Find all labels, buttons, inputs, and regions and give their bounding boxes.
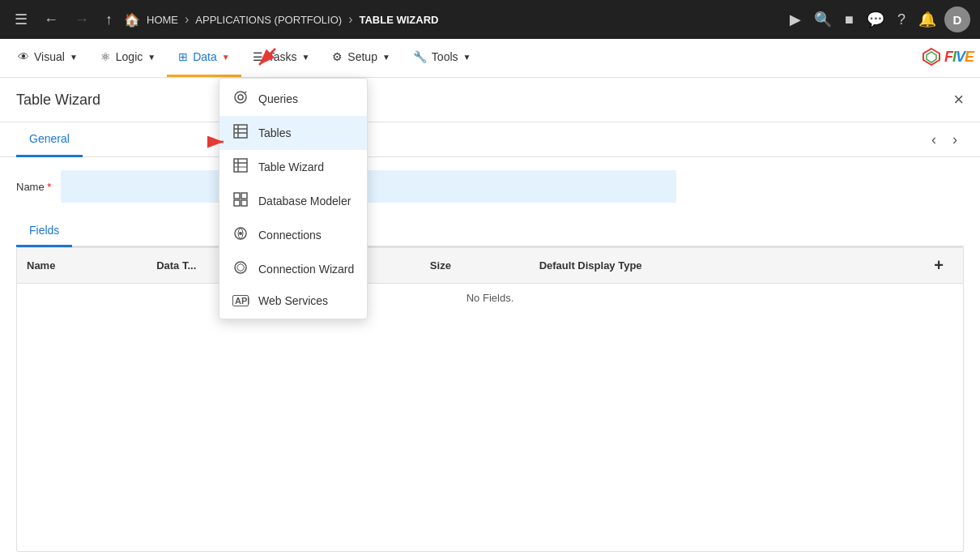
setup-icon: ⚙ <box>332 50 343 63</box>
visual-dropdown-icon: ▼ <box>70 53 78 62</box>
search-button[interactable]: 🔍 <box>809 6 837 33</box>
applications-breadcrumb[interactable]: APPLICATIONS (PORTFOLIO) <box>195 14 342 26</box>
eye-icon: 👁 <box>18 50 29 63</box>
required-marker: * <box>47 181 51 193</box>
connection-wizard-label: Connection Wizard <box>258 263 354 276</box>
logic-dropdown-icon: ▼ <box>147 53 156 62</box>
back-icon[interactable]: ← <box>39 6 63 33</box>
top-bar: ☰ ← → ↑ 🏠 HOME › APPLICATIONS (PORTFOLIO… <box>0 0 980 39</box>
fields-section: Fields Name Data T... Req. Size Default … <box>0 216 980 552</box>
nav-setup[interactable]: ⚙ Setup ▼ <box>321 39 402 77</box>
nav-data[interactable]: ⊞ Data ▼ <box>167 39 241 77</box>
svg-line-4 <box>245 92 246 93</box>
breadcrumb-sep-2: › <box>348 12 352 27</box>
nav-visual[interactable]: 👁 Visual ▼ <box>6 39 89 77</box>
panel-title: Table Wizard <box>16 92 100 109</box>
tasks-icon: ☰ <box>253 50 263 63</box>
name-input[interactable] <box>61 170 676 203</box>
web-services-icon: API <box>232 295 249 306</box>
svg-rect-9 <box>234 159 247 172</box>
database-modeler-label: Database Modeler <box>258 195 351 208</box>
dropdown-item-connections[interactable]: Connections <box>219 218 367 252</box>
data-icon: ⊞ <box>178 50 188 63</box>
fields-table: Name Data T... Req. Size Default Display… <box>17 248 963 312</box>
top-bar-actions: ▶ 🔍 ■ 💬 ? 🔔 D <box>785 6 970 33</box>
svg-rect-16 <box>241 200 247 206</box>
help-button[interactable]: ? <box>893 6 910 33</box>
connections-icon <box>232 226 249 244</box>
svg-rect-14 <box>241 193 247 199</box>
no-fields-text: No Fields. <box>17 284 963 313</box>
dropdown-item-table-wizard[interactable]: Table Wizard <box>219 150 367 184</box>
breadcrumb-sep-1: › <box>185 12 189 27</box>
next-arrow[interactable]: › <box>946 128 964 152</box>
up-icon[interactable]: ↑ <box>100 6 117 33</box>
no-fields-row: No Fields. <box>17 284 963 313</box>
tables-icon <box>232 124 249 142</box>
chat-button[interactable]: 💬 <box>862 6 889 33</box>
prev-arrow[interactable]: ‹ <box>925 128 943 152</box>
tab-fields[interactable]: Fields <box>16 216 72 247</box>
name-label: Name * <box>16 181 51 193</box>
five-logo: FIVE <box>922 47 974 69</box>
menu-icon[interactable]: ☰ <box>10 6 32 33</box>
svg-point-2 <box>235 92 246 103</box>
svg-marker-1 <box>927 52 936 62</box>
main-container: Table Wizard × General ‹ › Name * Fields <box>0 78 980 552</box>
dropdown-item-queries[interactable]: Queries <box>219 82 367 116</box>
dropdown-item-database-modeler[interactable]: Database Modeler <box>219 184 367 218</box>
nav-logic-label: Logic <box>116 50 143 63</box>
table-wizard-label: Table Wizard <box>258 160 324 173</box>
queries-icon <box>232 90 249 108</box>
data-dropdown-menu: Queries Tables Table Wizard Database Mod… <box>219 78 368 319</box>
avatar[interactable]: D <box>944 6 970 32</box>
svg-rect-15 <box>234 200 240 206</box>
close-button[interactable]: × <box>953 89 964 110</box>
panel-header: Table Wizard × <box>0 78 980 122</box>
col-name: Name <box>17 248 147 284</box>
breadcrumb: 🏠 HOME › APPLICATIONS (PORTFOLIO) › TABL… <box>124 12 778 28</box>
add-field-button[interactable]: + <box>934 256 953 274</box>
tools-icon: 🔧 <box>413 50 427 63</box>
five-logo-icon <box>922 47 941 66</box>
forward-icon[interactable]: → <box>70 6 94 33</box>
home-icon: 🏠 <box>124 12 140 28</box>
play-button[interactable]: ▶ <box>785 6 806 33</box>
nav-logic[interactable]: ⚛ Logic ▼ <box>89 39 167 77</box>
dropdown-item-tables[interactable]: Tables <box>219 116 367 150</box>
setup-dropdown-icon: ▼ <box>382 53 390 62</box>
svg-rect-5 <box>234 125 247 138</box>
bell-button[interactable]: 🔔 <box>914 6 941 33</box>
svg-point-3 <box>238 95 243 100</box>
home-breadcrumb[interactable]: HOME <box>147 14 178 26</box>
nav-setup-label: Setup <box>347 50 377 63</box>
dropdown-item-web-services[interactable]: API Web Services <box>219 286 367 315</box>
form-area: Name * <box>0 157 980 216</box>
svg-point-18 <box>239 232 242 235</box>
fields-table-wrapper: Name Data T... Req. Size Default Display… <box>16 247 964 552</box>
logic-icon: ⚛ <box>100 50 111 63</box>
connections-label: Connections <box>258 229 322 242</box>
secondary-nav: 👁 Visual ▼ ⚛ Logic ▼ ⊞ Data ▼ ☰ Tasks ▼ … <box>0 39 980 78</box>
nav-tasks-label: Tasks <box>268 50 297 63</box>
tools-dropdown-icon: ▼ <box>463 53 471 62</box>
data-dropdown-icon: ▼ <box>222 53 230 62</box>
web-services-label: Web Services <box>258 294 328 307</box>
fields-tab-bar: Fields <box>16 216 964 247</box>
nav-tools-label: Tools <box>432 50 458 63</box>
table-wizard-breadcrumb[interactable]: TABLE WIZARD <box>359 14 438 26</box>
tasks-dropdown-icon: ▼ <box>301 53 309 62</box>
nav-data-label: Data <box>193 50 217 63</box>
nav-visual-label: Visual <box>34 50 65 63</box>
connection-wizard-icon <box>232 260 249 278</box>
nav-tasks[interactable]: ☰ Tasks ▼ <box>241 39 322 77</box>
tables-label: Tables <box>258 126 291 139</box>
svg-rect-13 <box>234 193 240 199</box>
nav-tools[interactable]: 🔧 Tools ▼ <box>402 39 483 77</box>
tab-general[interactable]: General <box>16 122 83 157</box>
tab-bar: General ‹ › <box>0 122 980 157</box>
table-wizard-icon <box>232 158 249 176</box>
stop-button[interactable]: ■ <box>840 6 859 33</box>
dropdown-item-connection-wizard[interactable]: Connection Wizard <box>219 252 367 286</box>
database-modeler-icon <box>232 192 249 210</box>
